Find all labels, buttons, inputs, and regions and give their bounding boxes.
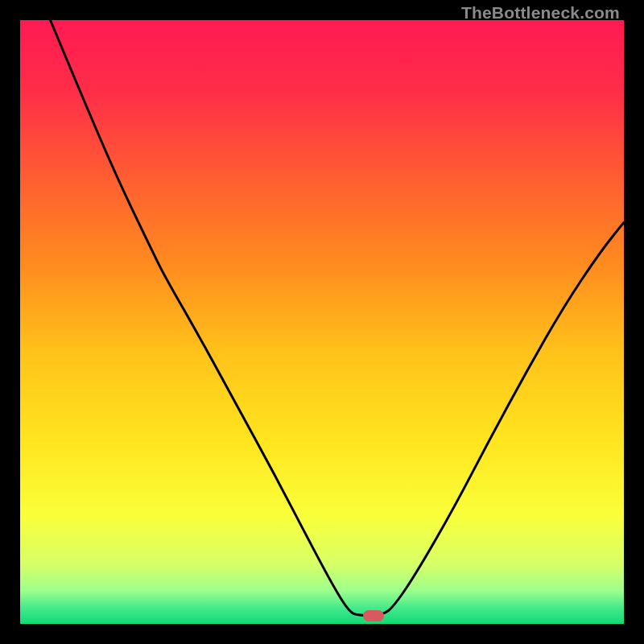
- bottleneck-curve: [20, 20, 624, 624]
- outer-frame: TheBottleneck.com: [0, 0, 644, 644]
- plot-area: [20, 20, 624, 624]
- optimal-marker: [363, 610, 384, 621]
